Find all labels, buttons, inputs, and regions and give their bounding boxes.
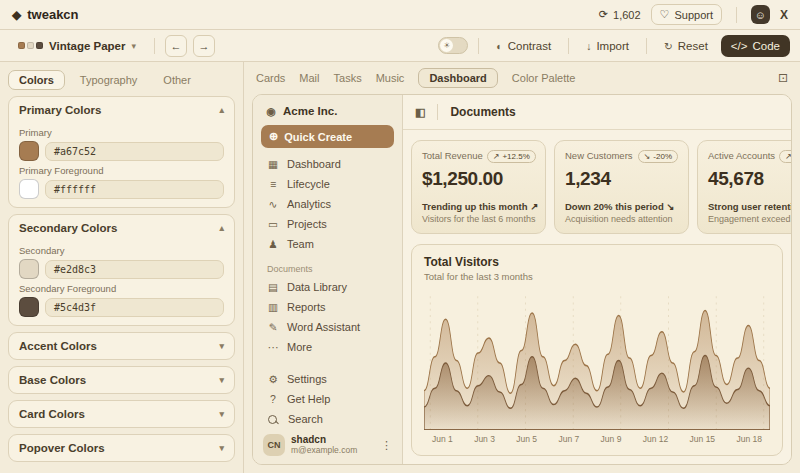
- toolbar-divider: [568, 38, 569, 54]
- sidebar-item-projects[interactable]: ▭ Projects: [261, 214, 394, 234]
- maximize-icon[interactable]: ⊡: [778, 71, 788, 85]
- section-card-colors: Card Colors ▾: [8, 400, 235, 428]
- ellipsis-vertical-icon[interactable]: ⋮: [381, 439, 392, 452]
- color-swatch[interactable]: [19, 297, 39, 317]
- undo-button[interactable]: ←: [165, 35, 187, 57]
- import-button[interactable]: ↓ Import: [579, 36, 636, 56]
- panel-left-icon[interactable]: ◧: [415, 106, 425, 119]
- section-primary-header[interactable]: Primary Colors ▴: [9, 97, 234, 123]
- hex-input[interactable]: #ffffff: [45, 180, 224, 199]
- sidebar-item-reports[interactable]: ▥ Reports: [261, 297, 394, 317]
- tab-mail[interactable]: Mail: [299, 72, 319, 84]
- discord-button[interactable]: ☺: [751, 5, 770, 24]
- hex-input[interactable]: #a67c52: [45, 142, 224, 161]
- theme-mode-toggle[interactable]: ☀: [438, 37, 468, 54]
- section-base-header[interactable]: Base Colors ▾: [9, 367, 234, 393]
- user-info: shadcn m@example.com: [291, 434, 357, 455]
- sidebar-item-label: Data Library: [287, 281, 347, 293]
- sidebar-item-analytics[interactable]: ∿ Analytics: [261, 194, 394, 214]
- toolbar-left: Vintage Paper ▾ ← →: [10, 35, 215, 57]
- section-base-colors: Base Colors ▾: [8, 366, 235, 394]
- section-card-header[interactable]: Card Colors ▾: [9, 401, 234, 427]
- stat-footer-line2: Visitors for the last 6 months: [422, 214, 535, 224]
- chart-x-label: Jun 12: [643, 434, 669, 444]
- sidebar-item-word-assistant[interactable]: ✎ Word Assistant: [261, 317, 394, 337]
- section-popover-colors: Popover Colors ▾: [8, 434, 235, 462]
- section-secondary-colors: Secondary Colors ▴ Secondary #e2d8c3 Sec…: [8, 214, 235, 326]
- section-popover-header[interactable]: Popover Colors ▾: [9, 435, 234, 461]
- chevron-down-icon: ▾: [219, 443, 224, 453]
- editor-panel: Colors Typography Other Primary Colors ▴…: [0, 62, 244, 473]
- quick-create-button[interactable]: ⊕ Quick Create: [261, 125, 394, 148]
- support-button[interactable]: ♡ Support: [651, 4, 722, 25]
- chart-x-label: Jun 1: [432, 434, 453, 444]
- chevron-up-icon: ▴: [219, 105, 224, 115]
- trend-badge: ↘ -20%: [638, 150, 678, 163]
- chart-title: Total Visitors: [424, 255, 770, 269]
- trend-badge: ↗ +12.5%: [487, 150, 536, 163]
- dashboard-preview: ◉ Acme Inc. ⊕ Quick Create ▦ Dashboard ≡…: [252, 94, 792, 465]
- tab-colors[interactable]: Colors: [8, 70, 65, 90]
- support-label: Support: [674, 9, 713, 21]
- user-menu[interactable]: CN shadcn m@example.com ⋮: [261, 429, 394, 456]
- color-field-row: #ffffff: [19, 179, 224, 199]
- code-button[interactable]: </> Code: [721, 35, 790, 57]
- badge-value: +12.5%: [502, 152, 529, 161]
- section-secondary-body: Secondary #e2d8c3 Secondary Foreground #…: [9, 245, 234, 325]
- org-logo-icon: ◉: [265, 105, 277, 117]
- section-primary-body: Primary #a67c52 Primary Foreground #ffff…: [9, 127, 234, 207]
- github-stars-button[interactable]: ⟳ 1,602: [599, 8, 641, 21]
- section-title: Card Colors: [19, 408, 85, 420]
- total-visitors-card: Total Visitors Total for the last 3 mont…: [411, 244, 783, 456]
- org-switcher[interactable]: ◉ Acme Inc.: [261, 103, 394, 125]
- stat-footer-line1: Down 20% this period ↘: [565, 201, 678, 212]
- chevron-down-icon: ▾: [219, 341, 224, 351]
- sidebar-item-label: Word Assistant: [287, 321, 360, 333]
- sidebar-item-settings[interactable]: ⚙ Settings: [261, 369, 394, 389]
- sidebar-item-team[interactable]: ♟ Team: [261, 234, 394, 254]
- section-secondary-header[interactable]: Secondary Colors ▴: [9, 215, 234, 241]
- tab-typography[interactable]: Typography: [69, 70, 148, 90]
- section-primary-colors: Primary Colors ▴ Primary #a67c52 Primary…: [8, 96, 235, 208]
- color-swatch[interactable]: [19, 141, 39, 161]
- tab-cards[interactable]: Cards: [256, 72, 285, 84]
- tab-color-palette[interactable]: Color Palette: [512, 72, 576, 84]
- sidebar-item-search[interactable]: Search: [261, 409, 394, 429]
- tab-tasks[interactable]: Tasks: [334, 72, 362, 84]
- chart-subtitle: Total for the last 3 months: [424, 271, 770, 282]
- org-name: Acme Inc.: [283, 105, 337, 117]
- redo-button[interactable]: →: [193, 35, 215, 57]
- reset-label: Reset: [678, 40, 708, 52]
- color-swatch[interactable]: [19, 259, 39, 279]
- app-brand[interactable]: ◆ tweakcn: [12, 7, 79, 22]
- tab-other[interactable]: Other: [152, 70, 202, 90]
- tab-dashboard[interactable]: Dashboard: [418, 68, 497, 88]
- trend-badge: ↗ +12.5%: [779, 150, 791, 163]
- hex-input[interactable]: #e2d8c3: [45, 260, 224, 279]
- sidebar-item-data-library[interactable]: ▤ Data Library: [261, 277, 394, 297]
- report-icon: ▥: [267, 301, 279, 313]
- theme-swatch: [27, 42, 34, 49]
- stat-value: 1,234: [565, 168, 678, 190]
- sidebar-item-label: Reports: [287, 301, 326, 313]
- x-twitter-button[interactable]: X: [780, 8, 788, 22]
- user-email: m@example.com: [291, 446, 357, 456]
- stat-footer-line1: Trending up this month ↗: [422, 201, 535, 212]
- contrast-button[interactable]: ◐ Contrast: [489, 36, 558, 56]
- chart-icon: ∿: [267, 198, 279, 210]
- reset-button[interactable]: ↻ Reset: [657, 36, 715, 56]
- preview-tabs: Cards Mail Tasks Music Dashboard Color P…: [244, 62, 800, 92]
- main-area: Colors Typography Other Primary Colors ▴…: [0, 62, 800, 473]
- chart-x-label: Jun 9: [601, 434, 622, 444]
- sidebar-item-more[interactable]: ⋯ More: [261, 337, 394, 357]
- sidebar-item-get-help[interactable]: ? Get Help: [261, 389, 394, 409]
- theme-swatch: [36, 42, 43, 49]
- section-accent-header[interactable]: Accent Colors ▾: [9, 333, 234, 359]
- color-field-row: #a67c52: [19, 141, 224, 161]
- color-swatch[interactable]: [19, 179, 39, 199]
- hex-input[interactable]: #5c4d3f: [45, 298, 224, 317]
- tab-music[interactable]: Music: [376, 72, 405, 84]
- theme-selector[interactable]: Vintage Paper ▾: [10, 37, 144, 55]
- sidebar-item-dashboard[interactable]: ▦ Dashboard: [261, 154, 394, 174]
- sidebar-item-lifecycle[interactable]: ≡ Lifecycle: [261, 174, 394, 194]
